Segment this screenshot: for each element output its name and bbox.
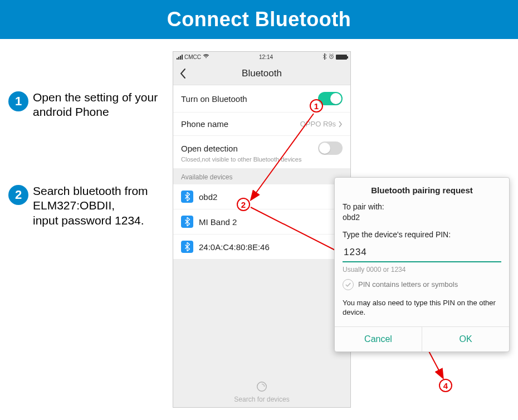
pin-letters-checkbox-row[interactable]: PIN contains letters or symbols [343, 279, 501, 290]
alarm-icon [329, 53, 334, 60]
bluetooth-status-icon [322, 53, 327, 61]
step-badge-1: 1 [8, 91, 28, 111]
search-label: Search for devices [234, 395, 289, 403]
bluetooth-icon [181, 216, 193, 228]
page-banner: Connect Bluetooth [0, 0, 518, 39]
detection-toggle[interactable] [318, 141, 343, 155]
to-pair-device: obd2 [343, 212, 501, 223]
cancel-button[interactable]: Cancel [335, 327, 422, 351]
device-row-mac[interactable]: 24:0A:C4:80:8E:46 [173, 235, 350, 260]
marker-2: 2 [237, 198, 250, 211]
open-detection-sub: Closed,not visible to other Bluetooth de… [181, 156, 301, 163]
row-open-detection: Open detection Closed,not visible to oth… [173, 136, 350, 169]
marker-1: 1 [310, 99, 323, 113]
row-turn-on-bluetooth: Turn on Bluetooth [173, 85, 350, 113]
type-pin-label: Type the device's required PIN: [343, 229, 501, 240]
chevron-right-icon [338, 121, 343, 128]
pairing-dialog: Bluetooth pairing request To pair with: … [334, 177, 510, 352]
step-text-1: Open the setting of your android Phone [33, 90, 172, 120]
dialog-title: Bluetooth pairing request [343, 185, 501, 195]
device-name: obd2 [199, 192, 217, 202]
battery-icon [336, 55, 347, 60]
device-name: 24:0A:C4:80:8E:46 [199, 242, 270, 252]
to-pair-label: To pair with: [343, 202, 501, 212]
back-button[interactable] [179, 68, 187, 79]
pin-input[interactable]: 1234 [343, 243, 501, 262]
banner-title: Connect Bluetooth [167, 8, 351, 31]
bluetooth-icon [181, 191, 193, 203]
device-name: MI Band 2 [199, 217, 237, 227]
search-devices-button[interactable]: Search for devices [173, 376, 350, 407]
checkbox-icon [343, 279, 354, 290]
status-time: 12:14 [259, 54, 273, 60]
pin-note: You may also need to type this PIN on th… [343, 298, 501, 318]
bluetooth-icon [181, 241, 193, 253]
checkbox-label: PIN contains letters or symbols [358, 280, 458, 289]
device-row-obd2[interactable]: obd2 [173, 184, 350, 209]
nav-titlebar: Bluetooth [173, 62, 350, 85]
step-text-2: Search bluetooth from ELM327:OBDII, inpu… [33, 184, 172, 228]
screen-title: Bluetooth [242, 68, 282, 79]
instruction-step-2: 2 Search bluetooth from ELM327:OBDII, in… [8, 184, 172, 228]
device-row-miband[interactable]: MI Band 2 [173, 209, 350, 235]
phone-name-label: Phone name [181, 119, 228, 129]
ok-button[interactable]: OK [422, 327, 509, 351]
devices-header: Available devices [173, 169, 350, 184]
status-bar: CMCC 12:14 [173, 52, 350, 62]
instruction-step-1: 1 Open the setting of your android Phone [8, 90, 172, 120]
phone-screen: CMCC 12:14 Bluetooth Turn on Bluetooth P… [173, 51, 351, 408]
step-badge-2: 2 [8, 185, 28, 205]
wifi-icon [203, 53, 209, 60]
marker-4: 4 [439, 379, 452, 392]
pin-hint: Usually 0000 or 1234 [343, 266, 501, 274]
signal-icon [177, 55, 183, 60]
turn-on-label: Turn on Bluetooth [181, 94, 247, 104]
carrier: CMCC [184, 54, 201, 60]
svg-point-1 [257, 382, 267, 391]
search-icon [256, 380, 268, 394]
open-detection-label: Open detection [181, 144, 238, 153]
row-phone-name[interactable]: Phone name OPPO R9s [173, 113, 350, 136]
phone-name-value: OPPO R9s [300, 120, 336, 128]
